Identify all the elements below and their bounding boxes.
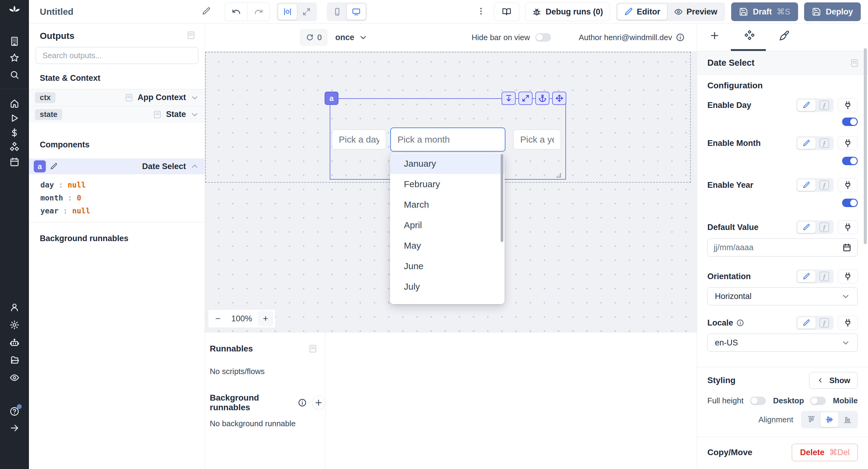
info-icon[interactable] [736, 319, 744, 327]
full-height-toggle[interactable] [750, 397, 766, 405]
edit-title-pencil-icon[interactable] [202, 7, 211, 17]
align-center-button[interactable] [820, 412, 838, 427]
pick-year-input[interactable] [513, 130, 561, 150]
connect-plug-button[interactable] [838, 270, 858, 283]
app-canvas[interactable]: a January February March April May June … [205, 51, 697, 332]
month-option[interactable]: April [390, 215, 504, 236]
centered-layout-button[interactable] [278, 4, 297, 20]
anchor-button[interactable] [535, 92, 550, 105]
month-option[interactable]: June [390, 256, 504, 276]
month-option[interactable]: July [390, 276, 504, 297]
page-scrollbar[interactable] [864, 48, 867, 244]
enable-month-toggle[interactable] [842, 157, 858, 165]
docs-book-button[interactable] [494, 2, 519, 21]
calendar-icon[interactable] [842, 243, 851, 252]
runs-icon[interactable] [8, 112, 21, 124]
static-edit-pencil-button[interactable] [797, 317, 816, 329]
hide-bar-toggle[interactable] [535, 33, 551, 41]
eval-fx-button[interactable]: ƒ [816, 270, 833, 282]
styling-show-button[interactable]: Show [809, 372, 858, 389]
redo-button[interactable] [247, 3, 270, 21]
state-row[interactable]: state State [29, 106, 205, 123]
static-edit-pencil-button[interactable] [797, 179, 816, 191]
mobile-view-button[interactable] [328, 4, 347, 20]
align-bottom-button[interactable] [838, 412, 857, 427]
tab-insert-component[interactable] [697, 30, 732, 41]
deploy-button[interactable]: Deploy [804, 2, 861, 21]
pencil-icon[interactable] [50, 162, 58, 170]
tab-component-settings[interactable] [732, 30, 767, 41]
variables-icon[interactable] [8, 127, 21, 139]
ctx-row[interactable]: ctx App Context [29, 89, 205, 106]
connect-plug-button[interactable] [838, 98, 858, 112]
info-icon[interactable] [298, 398, 307, 407]
orientation-select[interactable]: Horizontal [707, 287, 858, 305]
chevron-up-icon[interactable] [190, 162, 199, 171]
connect-plug-button[interactable] [838, 220, 858, 234]
eval-fx-button[interactable]: ƒ [816, 179, 833, 191]
zoom-out-button[interactable]: − [208, 310, 227, 327]
fullwidth-layout-button[interactable] [297, 4, 316, 20]
panel-doc-icon[interactable] [187, 31, 195, 40]
month-option[interactable]: February [390, 174, 504, 194]
static-edit-pencil-button[interactable] [797, 137, 816, 149]
resize-handle[interactable] [556, 173, 561, 178]
move-handle-button[interactable] [552, 92, 566, 105]
preview-tab[interactable]: Preview [667, 4, 724, 20]
search-icon[interactable] [8, 69, 21, 81]
desktop-toggle[interactable] [810, 397, 826, 405]
resources-icon[interactable] [8, 141, 21, 153]
month-option[interactable]: March [390, 194, 504, 215]
connect-plug-button[interactable] [838, 136, 858, 150]
more-menu-kebab-icon[interactable] [474, 7, 488, 17]
month-option[interactable]: May [390, 236, 504, 256]
static-edit-pencil-button[interactable] [797, 99, 816, 111]
windmill-logo[interactable] [0, 0, 29, 24]
align-top-button[interactable] [802, 412, 820, 427]
settings-gear-icon[interactable] [8, 319, 21, 331]
fullscreen-button[interactable] [518, 92, 532, 105]
zoom-in-button[interactable]: + [258, 311, 273, 326]
expand-down-button[interactable] [501, 92, 516, 105]
debug-runs-button[interactable]: Debug runs (0) [525, 2, 610, 21]
connect-plug-button[interactable] [838, 316, 858, 330]
chevron-down-icon[interactable] [190, 110, 199, 119]
month-option[interactable]: August [390, 297, 504, 304]
enable-year-toggle[interactable] [842, 199, 858, 207]
add-background-runnable-button[interactable] [312, 396, 325, 410]
chevron-down-icon[interactable] [190, 93, 199, 102]
schedules-icon[interactable] [8, 156, 21, 168]
static-edit-pencil-button[interactable] [797, 221, 816, 233]
component-row-a[interactable]: a Date Select [29, 159, 205, 174]
home-icon[interactable] [8, 97, 21, 110]
eval-fx-button[interactable]: ƒ [816, 137, 833, 149]
user-icon[interactable] [8, 302, 21, 313]
search-outputs-input[interactable] [36, 47, 198, 64]
panel-doc-icon[interactable] [850, 59, 859, 67]
refresh-count-button[interactable]: 0 [300, 29, 327, 45]
enable-day-toggle[interactable] [842, 118, 858, 126]
panel-doc-icon[interactable] [308, 344, 317, 353]
locale-select[interactable]: en-US [707, 334, 858, 352]
pick-day-input[interactable] [332, 130, 386, 150]
eval-fx-button[interactable]: ƒ [816, 317, 833, 329]
info-icon[interactable] [676, 33, 685, 42]
folders-icon[interactable] [8, 354, 21, 366]
collapse-arrow-icon[interactable] [8, 422, 21, 434]
desktop-view-button[interactable] [347, 4, 366, 20]
audit-eye-icon[interactable] [8, 372, 21, 384]
help-icon[interactable] [8, 405, 21, 417]
favorites-star-icon[interactable] [8, 52, 21, 64]
static-edit-pencil-button[interactable] [797, 270, 816, 282]
undo-button[interactable] [225, 3, 247, 21]
ai-bot-icon[interactable] [8, 337, 21, 349]
draft-button[interactable]: Draft ⌘S [731, 2, 798, 21]
eval-fx-button[interactable]: ƒ [816, 221, 833, 233]
dropdown-scrollbar[interactable] [501, 154, 503, 242]
schedule-mode-select[interactable]: once [335, 33, 367, 42]
tab-global-styling[interactable] [767, 30, 802, 41]
component-id-badge[interactable]: a [324, 92, 338, 105]
pick-month-input[interactable] [390, 127, 505, 152]
eval-fx-button[interactable]: ƒ [816, 99, 833, 111]
connect-plug-button[interactable] [838, 178, 858, 192]
